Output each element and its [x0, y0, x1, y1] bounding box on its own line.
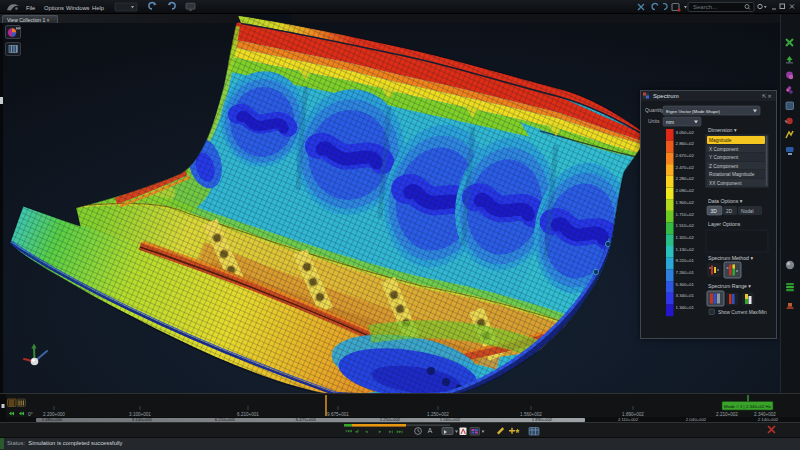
- svg-text:6.210+001: 6.210+001: [215, 417, 236, 422]
- svg-text:1.320+02: 1.320+02: [676, 235, 695, 240]
- svg-text:1.340+01: 1.340+01: [676, 305, 695, 310]
- svg-text:Z Component: Z Component: [709, 164, 739, 169]
- svg-text:Spectrum: Spectrum: [653, 93, 679, 99]
- svg-text:9.220+01: 9.220+01: [676, 258, 695, 263]
- svg-text:File: File: [26, 5, 35, 11]
- svg-text:1.130+02: 1.130+02: [676, 247, 695, 252]
- svg-text:7.260+01: 7.260+01: [676, 270, 695, 275]
- svg-text:3.100+001: 3.100+001: [129, 412, 151, 417]
- svg-text:mm: mm: [666, 120, 674, 125]
- svg-text:1.510+02: 1.510+02: [676, 223, 695, 228]
- svg-text:2.210+002: 2.210+002: [716, 412, 738, 417]
- svg-text:Magnitude: Magnitude: [709, 138, 732, 143]
- svg-text:Nodal: Nodal: [741, 209, 754, 214]
- svg-text:Options: Options: [44, 5, 64, 11]
- svg-text:FF: FF: [16, 27, 20, 31]
- svg-text:Layer Options: Layer Options: [708, 221, 741, 227]
- svg-text:Search...: Search...: [693, 4, 717, 10]
- svg-text:1.480+000: 1.480+000: [42, 417, 63, 422]
- svg-text:Spectrum Method ▾: Spectrum Method ▾: [708, 255, 753, 261]
- svg-text:Data Options ▾: Data Options ▾: [708, 198, 743, 204]
- svg-text:Show Current Max/Min: Show Current Max/Min: [718, 310, 767, 315]
- svg-text:X Component: X Component: [709, 147, 739, 152]
- svg-text:Units: Units: [648, 118, 660, 124]
- svg-text:5.300+01: 5.300+01: [676, 282, 695, 287]
- svg-text:2.090+02: 2.090+02: [676, 188, 695, 193]
- svg-text:2.280+02: 2.280+02: [676, 176, 695, 181]
- svg-text:1.250+002: 1.250+002: [380, 417, 401, 422]
- svg-text:3D: 3D: [711, 209, 718, 214]
- svg-text:2.110+002: 2.110+002: [618, 417, 639, 422]
- svg-text:1.560+002: 1.560+002: [520, 412, 542, 417]
- svg-text:1.890+002: 1.890+002: [532, 417, 553, 422]
- svg-text:⇱ ✕: ⇱ ✕: [762, 93, 772, 99]
- svg-text:1.710+02: 1.710+02: [676, 212, 695, 217]
- svg-text:3.050+02: 3.050+02: [676, 130, 695, 135]
- svg-text:3.340+01: 3.340+01: [676, 293, 695, 298]
- svg-text:Quantity: Quantity: [645, 107, 664, 113]
- svg-text:1.890+002: 1.890+002: [622, 412, 644, 417]
- svg-text:Help: Help: [92, 5, 104, 11]
- svg-text:2D: 2D: [726, 209, 733, 214]
- svg-text:2.340+002: 2.340+002: [754, 412, 776, 417]
- svg-text:3.140+001: 3.140+001: [132, 417, 153, 422]
- svg-text:1.560+002: 1.560+002: [440, 417, 461, 422]
- svg-text:Rotational Magnitude: Rotational Magnitude: [709, 172, 755, 177]
- svg-text:2.670+02: 2.670+02: [676, 153, 695, 158]
- svg-text:XX Component: XX Component: [709, 181, 742, 186]
- svg-text:2.140+002: 2.140+002: [758, 417, 779, 422]
- svg-text:6.475+001: 6.475+001: [296, 417, 317, 422]
- svg-text:2.200+000: 2.200+000: [43, 412, 65, 417]
- svg-text:Y Component: Y Component: [709, 155, 739, 160]
- svg-text:Windows: Windows: [66, 5, 90, 11]
- svg-text:Mode # 1 | 2.340+02 Hz: Mode # 1 | 2.340+02 Hz: [724, 404, 771, 409]
- svg-text:0°: 0°: [28, 411, 33, 417]
- svg-text:Dimension ▾: Dimension ▾: [708, 127, 737, 133]
- svg-text:1.900+02: 1.900+02: [676, 200, 695, 205]
- svg-text:9.675+001: 9.675+001: [327, 412, 349, 417]
- svg-text:Eigen Vector (Mode Shape): Eigen Vector (Mode Shape): [666, 109, 720, 114]
- svg-text:Spectrum Range ▾: Spectrum Range ▾: [708, 283, 751, 289]
- svg-text:2.860+02: 2.860+02: [676, 141, 695, 146]
- svg-text:2.040+002: 2.040+002: [686, 417, 707, 422]
- svg-text:2.470+02: 2.470+02: [676, 165, 695, 170]
- svg-text:1.250+002: 1.250+002: [427, 412, 449, 417]
- svg-text:6.210+001: 6.210+001: [237, 412, 259, 417]
